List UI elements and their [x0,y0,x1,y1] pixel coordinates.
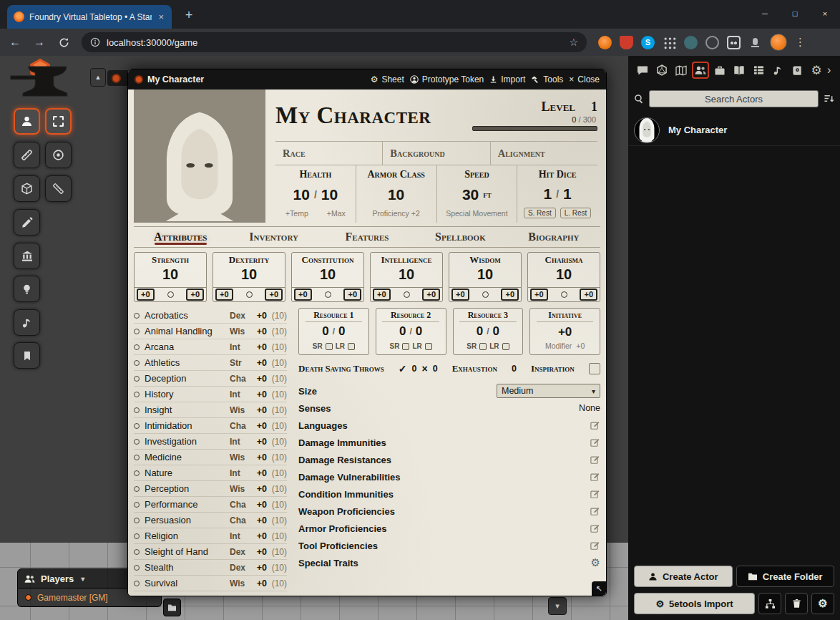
skill-proficiency-toggle[interactable] [134,360,140,366]
select-tool-button[interactable] [45,108,72,135]
resource-label[interactable]: Resource 2 [382,309,439,322]
edit-icon[interactable] [590,437,600,447]
ext-icon-5[interactable] [684,36,698,49]
create-actor-button[interactable]: Create Actor [634,566,733,587]
sheet-tab[interactable]: Inventory [227,227,320,247]
macro-folder-button[interactable] [163,599,181,616]
nav-collapse-button[interactable]: ▲ [90,68,106,87]
resource-label[interactable]: Resource 3 [459,309,516,322]
ability-label[interactable]: Strength [135,253,206,266]
edit-icon[interactable] [590,472,600,482]
token-controls-button[interactable] [14,108,40,135]
skill-row[interactable]: Performance Cha +0 (10) [134,497,287,513]
browser-menu-icon[interactable]: ⋮ [795,36,806,49]
reload-button[interactable] [57,37,70,48]
config-gear-icon[interactable]: ⚙ [591,556,600,569]
ability-score[interactable]: 10 [449,266,521,287]
profile-avatar[interactable] [770,34,787,51]
ruler-tool-button[interactable] [45,175,72,202]
skill-proficiency-toggle[interactable] [134,439,140,445]
bookmark-star-icon[interactable]: ☆ [569,37,578,48]
items-tab[interactable] [711,62,728,79]
sheet-tab[interactable]: Features [321,227,414,247]
lr-checkbox[interactable] [425,343,432,350]
skill-proficiency-toggle[interactable] [134,407,140,413]
lighting-controls-button[interactable] [14,276,40,302]
death-saves-values[interactable]: ✓ 0 × 0 [399,363,438,374]
tables-tab[interactable] [750,62,767,79]
skill-row[interactable]: Medicine Wis +0 (10) [134,450,287,465]
skill-proficiency-toggle[interactable] [134,549,140,555]
detail-field[interactable]: Alignment [490,142,597,165]
edit-icon[interactable] [590,420,600,430]
skill-proficiency-toggle[interactable] [134,486,140,492]
skill-proficiency-toggle[interactable] [134,392,140,397]
lr-checkbox[interactable] [348,343,355,350]
sheet-tab[interactable]: Spellbook [414,227,507,247]
sheet-tab[interactable]: Attributes [134,227,227,247]
edit-icon[interactable] [590,541,600,551]
window-maximize-button[interactable]: □ [780,0,810,27]
5etools-import-button[interactable]: ⚙ 5etools Import [634,593,755,614]
ability-score[interactable]: 10 [135,266,206,287]
ability-label[interactable]: Intelligence [371,253,442,266]
skill-proficiency-toggle[interactable] [134,329,140,334]
initiative-box[interactable]: Initiative +0 Modifier+0 [529,308,600,355]
site-info-icon[interactable] [90,37,100,47]
skill-row[interactable]: Nature Int +0 (10) [134,465,287,481]
skill-row[interactable]: Insight Wis +0 (10) [134,402,287,418]
detail-field[interactable]: Race [275,142,382,165]
forward-button[interactable]: → [33,36,46,49]
sort-filter-icon[interactable] [824,94,834,104]
skill-proficiency-toggle[interactable] [134,533,140,539]
resource-value[interactable]: 0/0 [399,322,422,340]
ability-score[interactable]: 10 [371,266,442,287]
resource-value[interactable]: 0/0 [322,322,345,340]
skill-proficiency-toggle[interactable] [134,423,140,429]
tools-button[interactable]: Tools [531,74,563,84]
ability-score[interactable]: 10 [292,266,363,287]
skill-proficiency-toggle[interactable] [134,455,140,460]
save-proficiency-toggle[interactable] [561,291,567,298]
delete-button[interactable] [785,593,808,614]
journal-tab[interactable] [731,62,748,79]
directory-settings-button[interactable]: ⚙ [811,593,834,614]
skill-proficiency-toggle[interactable] [134,313,140,319]
skill-row[interactable]: Sleight of Hand Dex +0 (10) [134,544,287,560]
skill-row[interactable]: Perception Wis +0 (10) [134,481,287,497]
settings-tab[interactable]: ⚙ [808,62,825,79]
save-proficiency-toggle[interactable] [404,291,410,298]
save-proficiency-toggle[interactable] [325,291,331,298]
skill-row[interactable]: Arcana Int +0 (10) [134,339,287,355]
skill-row[interactable]: Deception Cha +0 (10) [134,371,287,387]
ext-icon-ublock[interactable] [620,36,633,49]
resource-value[interactable]: 0/0 [477,322,499,340]
sidebar-collapse-icon[interactable]: › [827,64,834,77]
ext-icon-dots-grid[interactable] [663,36,676,49]
health-value[interactable]: 10/10 [293,180,338,209]
ext-icon-7[interactable] [727,36,741,49]
ext-icon-6[interactable] [705,36,719,49]
size-select[interactable]: Medium ▾ [497,384,600,398]
skill-proficiency-toggle[interactable] [134,518,140,523]
skill-row[interactable]: Religion Int +0 (10) [134,528,287,544]
ability-label[interactable]: Charisma [528,253,600,266]
hit-dice-value[interactable]: 1/1 [543,180,571,208]
playlists-tab[interactable] [769,62,786,79]
long-rest-button[interactable]: L. Rest [560,208,592,218]
ability-label[interactable]: Dexterity [213,253,285,266]
save-proficiency-toggle[interactable] [246,291,253,298]
drawing-controls-button[interactable] [14,209,40,236]
wall-controls-button[interactable] [14,243,40,269]
skill-proficiency-toggle[interactable] [134,581,140,586]
create-folder-button[interactable]: Create Folder [736,566,835,587]
save-proficiency-toggle[interactable] [167,291,174,298]
exhaustion-value[interactable]: 0 [512,364,517,374]
initiative-value[interactable]: +0 [558,322,572,342]
browser-tab[interactable]: Foundry Virtual Tabletop • A Stan × [7,5,172,29]
skill-row[interactable]: Athletics Str +0 (10) [134,355,287,371]
tab-close-icon[interactable]: × [157,11,165,22]
save-proficiency-toggle[interactable] [482,291,489,298]
skill-proficiency-toggle[interactable] [134,376,140,382]
compendium-tab[interactable] [788,62,806,79]
